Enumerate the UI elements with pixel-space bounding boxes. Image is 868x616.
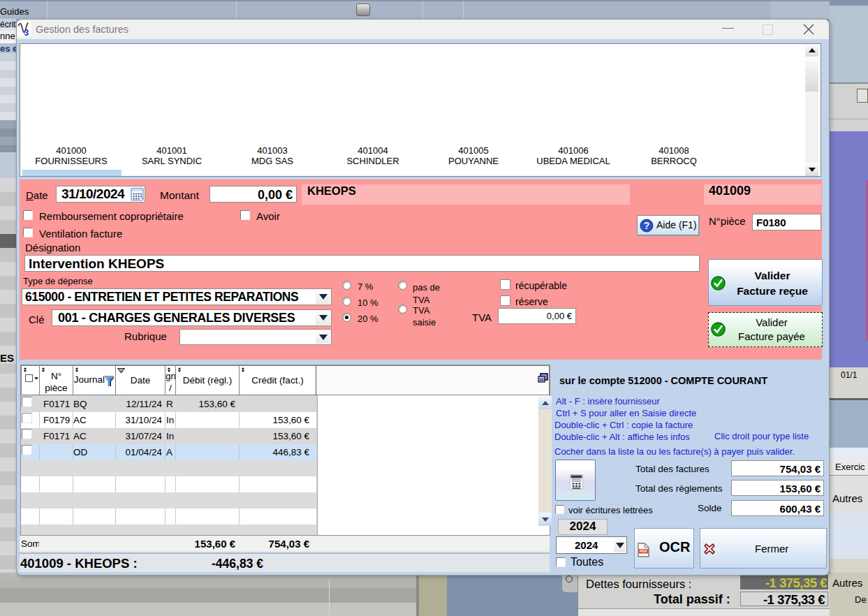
svg-text:?: ? [644,220,650,231]
svg-text:3: 3 [24,28,29,36]
svg-text:PDF: PDF [640,549,648,553]
